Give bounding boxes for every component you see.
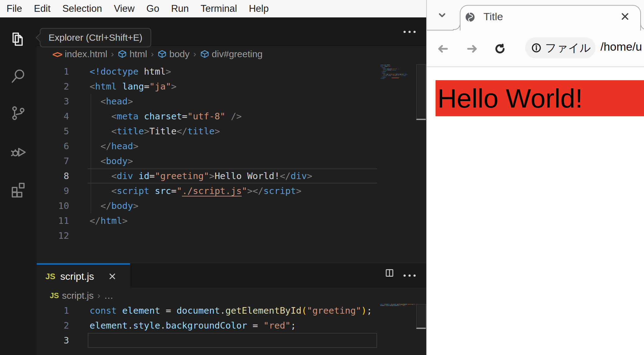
- breadcrumb-file[interactable]: index.html: [65, 49, 107, 59]
- breadcrumb-separator: ›: [111, 49, 114, 59]
- minimap-line[interactable]: [380, 79, 416, 80]
- line-number[interactable]: 4: [37, 109, 69, 124]
- line-number[interactable]: 10: [37, 198, 69, 213]
- code-line[interactable]: <div id="greeting">Hello World!</div>: [90, 168, 312, 183]
- line-number[interactable]: 8: [37, 168, 69, 183]
- reload-icon[interactable]: [494, 43, 506, 55]
- code-line[interactable]: <!doctype html>: [90, 64, 312, 79]
- editor-actions-more-icon[interactable]: [404, 31, 416, 33]
- site-chip-label: ファイル: [545, 40, 591, 56]
- code-line[interactable]: </html>: [90, 213, 312, 228]
- breadcrumb-separator: ›: [193, 49, 196, 59]
- editor-html[interactable]: 123456789101112 <!doctype html><html lan…: [37, 62, 426, 262]
- menu-bar: File Edit Selection View Go Run Terminal…: [0, 0, 426, 17]
- editor-tab-bar-bottom: JS script.js: [37, 263, 426, 288]
- line-number[interactable]: 11: [37, 213, 69, 228]
- breadcrumb: <> index.html › html › body › div#greeti…: [37, 46, 426, 62]
- greeting-div: Hello World!: [436, 80, 644, 116]
- run-and-debug-icon[interactable]: [9, 142, 27, 160]
- js-file-icon: JS: [45, 272, 55, 281]
- tab-close-icon[interactable]: [620, 12, 630, 21]
- code-line[interactable]: <script src="./script.js"></script>: [90, 183, 312, 198]
- explorer-icon[interactable]: [9, 30, 27, 48]
- site-info-chip[interactable]: ファイル: [525, 37, 595, 58]
- extensions-icon[interactable]: [9, 180, 27, 198]
- scrollbar-slider[interactable]: [416, 64, 426, 120]
- code-line[interactable]: [90, 228, 312, 243]
- browser-toolbar: ファイル /home/u: [427, 30, 644, 67]
- breadcrumb-segment[interactable]: html: [129, 49, 147, 59]
- line-number[interactable]: 3: [37, 333, 69, 348]
- menu-run[interactable]: Run: [165, 0, 195, 17]
- menu-selection[interactable]: Selection: [56, 0, 108, 17]
- js-file-icon: JS: [50, 291, 59, 300]
- search-icon[interactable]: [9, 67, 27, 85]
- symbol-cube-icon: [118, 49, 127, 59]
- line-number[interactable]: 1: [37, 303, 69, 318]
- source-control-icon[interactable]: [9, 104, 27, 122]
- code-area[interactable]: const element = document.getElementById(…: [90, 303, 372, 348]
- menu-go[interactable]: Go: [141, 0, 165, 17]
- scrollbar-slider[interactable]: [416, 304, 426, 329]
- tab-script-js[interactable]: JS script.js: [37, 263, 130, 288]
- menu-view[interactable]: View: [108, 0, 141, 17]
- line-number[interactable]: 7: [37, 154, 69, 168]
- menu-terminal[interactable]: Terminal: [195, 0, 243, 17]
- hello-world-text: Hello World!: [436, 83, 583, 114]
- browser-tab-strip: Title: [427, 0, 644, 30]
- minimap[interactable]: const element = document.getElementById(…: [380, 304, 416, 308]
- line-number[interactable]: 9: [37, 183, 69, 198]
- address-bar-url[interactable]: /home/u: [600, 40, 642, 53]
- code-line[interactable]: element.style.backgroundColor = "red";: [90, 318, 372, 333]
- editor-actions-more-icon[interactable]: [404, 274, 416, 277]
- line-number[interactable]: 5: [37, 124, 69, 139]
- menu-edit[interactable]: Edit: [28, 0, 56, 17]
- code-line[interactable]: <head>: [90, 94, 312, 109]
- line-number[interactable]: 12: [37, 228, 69, 243]
- code-line[interactable]: <meta charset="utf-8" />: [90, 109, 312, 124]
- breadcrumb-file[interactable]: script.js: [62, 290, 94, 301]
- split-editor-icon[interactable]: [385, 268, 394, 278]
- code-area[interactable]: <!doctype html><html lang="ja"> <head> <…: [90, 64, 312, 243]
- line-number[interactable]: 1: [37, 64, 69, 79]
- breadcrumb-separator: ›: [97, 291, 100, 301]
- tab-close-icon[interactable]: [108, 272, 117, 281]
- code-line[interactable]: <title>Title</title>: [90, 124, 312, 139]
- code-line[interactable]: [90, 333, 372, 348]
- line-number-gutter[interactable]: 123456789101112: [37, 64, 69, 243]
- minimap[interactable]: <!doctype html><html lang="ja"> <head> <…: [380, 64, 416, 81]
- line-number[interactable]: 6: [37, 139, 69, 154]
- code-line[interactable]: </body>: [90, 198, 312, 213]
- tab-search-chevron-icon[interactable]: [437, 10, 447, 20]
- breadcrumb-segment[interactable]: div#greeting: [212, 49, 263, 59]
- back-icon[interactable]: [437, 43, 449, 55]
- code-line[interactable]: </head>: [90, 139, 312, 154]
- html-file-icon: <>: [52, 49, 62, 60]
- breadcrumb-more[interactable]: …: [104, 290, 113, 301]
- editor-js[interactable]: 123 const element = document.getElementB…: [37, 303, 426, 355]
- forward-icon[interactable]: [466, 43, 478, 55]
- menu-file[interactable]: File: [1, 0, 28, 17]
- code-line[interactable]: const element = document.getElementById(…: [90, 303, 372, 318]
- symbol-cube-icon: [157, 49, 167, 59]
- line-number[interactable]: 3: [37, 94, 69, 109]
- breadcrumb-js: JS script.js › …: [37, 288, 426, 304]
- tab-label: script.js: [60, 271, 94, 282]
- info-icon: [531, 43, 541, 53]
- breadcrumb-separator: ›: [151, 49, 154, 59]
- tab-curve: [453, 24, 460, 30]
- symbol-cube-icon: [200, 49, 209, 59]
- screen: File Edit Selection View Go Run Terminal…: [0, 0, 644, 355]
- line-number-gutter[interactable]: 123: [37, 303, 69, 348]
- vscode-window: File Edit Selection View Go Run Terminal…: [0, 0, 426, 355]
- code-line[interactable]: <html lang="ja">: [90, 79, 312, 94]
- line-number[interactable]: 2: [37, 79, 69, 94]
- activity-bar: [0, 17, 37, 355]
- breadcrumb-segment[interactable]: body: [169, 49, 189, 59]
- explorer-tooltip: Explorer (Ctrl+Shift+E): [40, 28, 151, 47]
- globe-icon: [464, 11, 476, 23]
- menu-help[interactable]: Help: [243, 0, 275, 17]
- code-line[interactable]: <body>: [90, 154, 312, 168]
- line-number[interactable]: 2: [37, 318, 69, 333]
- minimap-line[interactable]: [380, 307, 416, 308]
